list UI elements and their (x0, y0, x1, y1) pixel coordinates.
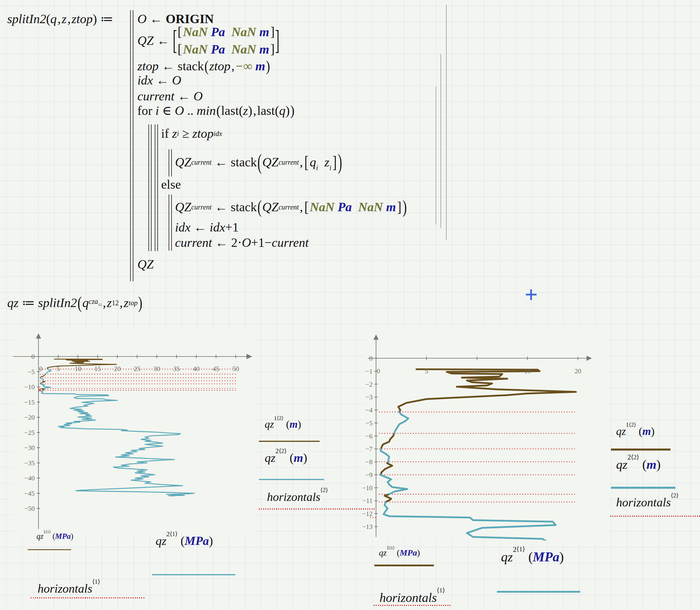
legend-line-qz2-m-left (259, 479, 324, 480)
svg-text:25: 25 (134, 365, 141, 372)
svg-text:−10: −10 (24, 383, 35, 391)
svg-text:10: 10 (75, 365, 81, 372)
svg-text:−25: −25 (24, 429, 35, 436)
svg-text:−10: −10 (362, 484, 373, 492)
svg-text:45: 45 (213, 365, 219, 372)
legend-line-qz1-left (28, 549, 71, 550)
svg-text:20: 20 (114, 365, 120, 372)
legend-line-qz1-m-left (259, 441, 320, 442)
svg-text:0: 0 (39, 365, 43, 372)
legend-horizontals-right[interactable]: horizontals⟨1⟩ (379, 590, 445, 605)
legend-horizontals2-left[interactable]: horizontals⟨2⟩ (267, 490, 328, 504)
svg-text:−9: −9 (365, 471, 373, 479)
legend-line-horizontals2-right (611, 516, 700, 517)
svg-text:−35: −35 (24, 460, 35, 467)
svg-text:−5: −5 (365, 420, 373, 427)
svg-text:−15: −15 (24, 399, 35, 406)
svg-text:−12: −12 (362, 510, 373, 517)
legend-qz1-m-right[interactable]: qz1⟨2⟩ (m) (616, 425, 655, 437)
svg-text:40: 40 (193, 365, 199, 372)
legend-line-horizontals2-left (259, 509, 376, 510)
svg-text:−1: −1 (365, 368, 373, 375)
svg-text:−7: −7 (365, 445, 373, 453)
legend-line-horizontals-left (31, 597, 145, 598)
svg-text:−40: −40 (24, 475, 35, 482)
svg-text:−6: −6 (365, 433, 373, 440)
legend-line-qz1-m-right (611, 449, 670, 451)
svg-text:−50: −50 (24, 505, 35, 512)
svg-text:30: 30 (153, 365, 160, 372)
svg-text:5: 5 (425, 368, 428, 375)
svg-text:35: 35 (173, 365, 180, 372)
legend-qz2-mpa-left[interactable]: qz2⟨1⟩ (MPa) (156, 534, 213, 548)
legend-horizontals2-right[interactable]: horizontals⟨2⟩ (616, 495, 679, 509)
svg-text:−4: −4 (365, 406, 373, 414)
svg-text:15: 15 (94, 365, 101, 372)
svg-text:−30: −30 (24, 444, 35, 451)
xy-plot-left[interactable]: 051015202530354045500−5−10−15−20−25−30−3… (13, 331, 256, 533)
legend-qz1-mpa-left[interactable]: qz1⟨1⟩ (MPa) (36, 532, 73, 541)
svg-text:−11: −11 (362, 497, 373, 504)
worksheet-page: splitIn2(q,z,ztop) ≔ O ← ORIGIN QZ ← [[N… (0, 0, 700, 610)
svg-text:10: 10 (474, 368, 481, 375)
legend-qz2-m-right[interactable]: qz2⟨2⟩ (m) (616, 457, 661, 472)
legend-qz2-m-left[interactable]: qz2⟨2⟩ (m) (265, 451, 307, 465)
legend-qz1-m-left[interactable]: qz1⟨2⟩ (m) (265, 418, 301, 430)
legend-line-qz2-m-right (611, 487, 675, 489)
svg-text:5: 5 (56, 365, 60, 372)
charts-layer: 051015202530354045500−5−10−15−20−25−30−3… (0, 0, 700, 610)
svg-text:−20: −20 (24, 414, 35, 421)
svg-text:−5: −5 (28, 368, 35, 375)
legend-qz2-mpa-right[interactable]: qz2⟨1⟩ (MPa) (501, 549, 564, 565)
svg-text:0: 0 (32, 353, 35, 360)
legend-line-horizontals-right (374, 605, 451, 606)
svg-text:−8: −8 (365, 459, 373, 466)
legend-horizontals-left[interactable]: horizontals⟨1⟩ (37, 582, 100, 595)
svg-text:15: 15 (524, 368, 531, 375)
svg-text:−3: −3 (365, 394, 373, 401)
svg-text:−45: −45 (24, 490, 35, 497)
legend-line-qz2-left (152, 574, 235, 575)
svg-text:20: 20 (575, 368, 581, 375)
legend-line-qz1-right (374, 565, 434, 566)
svg-text:−13: −13 (362, 523, 373, 530)
legend-qz1-mpa-right[interactable]: qz1⟨1⟩ (MPa) (379, 548, 420, 558)
svg-text:0: 0 (369, 355, 373, 362)
legend-line-qz2-right (497, 591, 580, 593)
svg-text:−2: −2 (365, 381, 373, 388)
svg-text:50: 50 (232, 365, 239, 372)
